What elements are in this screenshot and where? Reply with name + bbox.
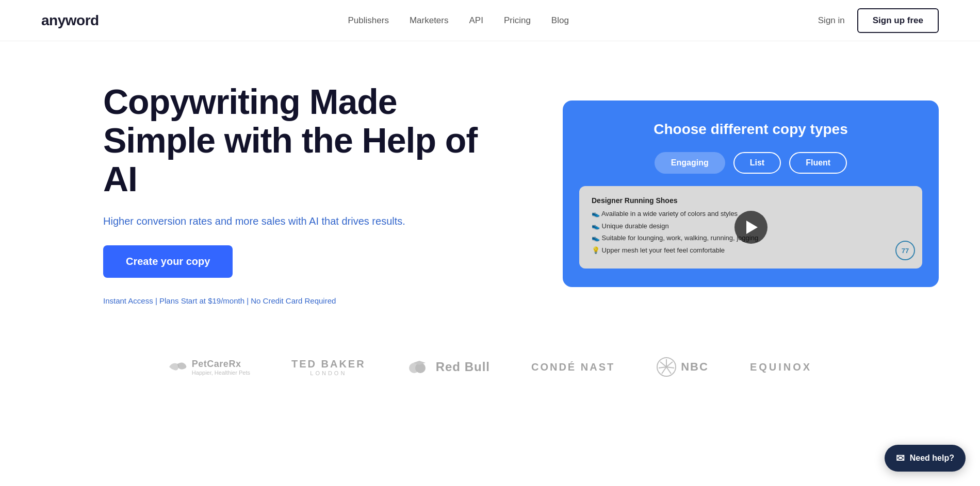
- nav-link-marketers[interactable]: Marketers: [410, 15, 449, 26]
- nav-link-publishers[interactable]: Publishers: [348, 15, 389, 26]
- logos-section: PetCareRx Happier, Healthier Pets TED BA…: [0, 336, 980, 408]
- nbc-label: NBC: [681, 360, 709, 374]
- svg-line-10: [660, 362, 666, 367]
- logo-petcarerx: PetCareRx Happier, Healthier Pets: [168, 359, 250, 376]
- logo-nbc: NBC: [656, 357, 709, 377]
- hero-cta-button[interactable]: Create your copy: [103, 245, 233, 278]
- nav-link-pricing[interactable]: Pricing: [504, 15, 531, 26]
- redbull-icon: [407, 360, 432, 374]
- video-card: Choose different copy types Engaging Lis…: [563, 100, 939, 287]
- hero-heading: Copywriting Made Simple with the Help of…: [103, 82, 505, 198]
- copy-type-buttons: Engaging List Fluent: [579, 152, 922, 174]
- logo[interactable]: anyword: [41, 12, 99, 29]
- nav-actions: Sign in Sign up free: [818, 8, 939, 33]
- logo-equinox: EQUINOX: [750, 361, 812, 373]
- copy-type-list[interactable]: List: [733, 152, 781, 174]
- hero-section: Copywriting Made Simple with the Help of…: [0, 41, 980, 336]
- nbc-wrap: NBC: [656, 357, 709, 377]
- hero-right: Choose different copy types Engaging Lis…: [563, 100, 939, 287]
- video-card-title: Choose different copy types: [579, 121, 922, 138]
- play-overlay[interactable]: [579, 186, 922, 269]
- hero-subtitle: Higher conversion rates and more sales w…: [103, 213, 505, 229]
- nav-link-blog[interactable]: Blog: [551, 15, 569, 26]
- navbar: anyword Publishers Marketers API Pricing…: [0, 0, 980, 41]
- copy-type-fluent[interactable]: Fluent: [789, 152, 847, 174]
- nbc-peacock-icon: [656, 357, 677, 377]
- signup-button[interactable]: Sign up free: [857, 8, 939, 33]
- logo-redbull: Red Bull: [407, 360, 490, 374]
- svg-line-5: [666, 362, 673, 367]
- conde-nast-label: CONDÉ NAST: [531, 361, 615, 373]
- petcarerx-label: PetCareRx: [192, 359, 250, 370]
- video-preview: Designer Running Shoes 👟 Available in a …: [579, 186, 922, 269]
- logo-conde-nast: CONDÉ NAST: [531, 361, 615, 373]
- need-help-widget[interactable]: ✉ Need help?: [885, 445, 966, 472]
- signin-link[interactable]: Sign in: [818, 15, 845, 26]
- ted-baker-label: TED BAKER: [291, 358, 366, 370]
- logo-ted-baker: TED BAKER LONDON: [291, 358, 366, 376]
- ted-baker-sublabel: LONDON: [291, 370, 366, 376]
- petcarerx-sublabel: Happier, Healthier Pets: [192, 370, 250, 376]
- envelope-icon: ✉: [896, 452, 905, 464]
- need-help-label: Need help?: [910, 454, 954, 463]
- play-button[interactable]: [734, 211, 767, 244]
- petcarerx-icon: [168, 360, 188, 374]
- nav-links: Publishers Marketers API Pricing Blog: [348, 15, 569, 26]
- hero-access-text: Instant Access | Plans Start at $19/mont…: [103, 296, 505, 305]
- equinox-label: EQUINOX: [750, 361, 812, 373]
- copy-type-engaging[interactable]: Engaging: [655, 152, 725, 174]
- hero-left: Copywriting Made Simple with the Help of…: [103, 82, 505, 305]
- nav-link-api[interactable]: API: [469, 15, 483, 26]
- redbull-label: Red Bull: [436, 360, 490, 374]
